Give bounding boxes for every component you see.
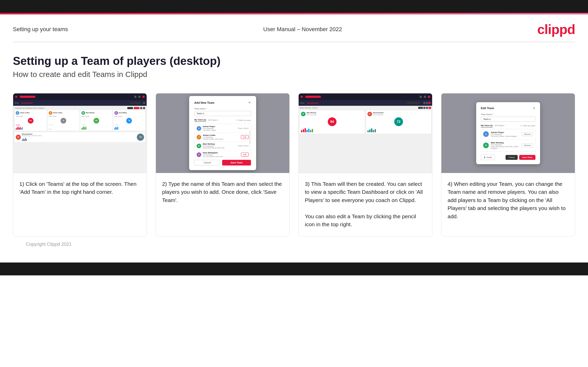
- footer: Copyright Clippd 2021: [13, 237, 575, 252]
- cancel-button[interactable]: Cancel: [194, 160, 220, 165]
- tab-all-players[interactable]: All Players: [208, 119, 218, 122]
- bottom-bar: [0, 263, 588, 275]
- top-bar: [0, 0, 588, 13]
- card-4-text: 4) When editing your Team, you can chang…: [441, 173, 575, 236]
- page-subtitle: How to create and edit Teams in Clippd: [13, 70, 575, 79]
- edit-tab-all-players[interactable]: All Players: [495, 124, 505, 127]
- player-list: A Adrian Player Plus HandicapThe Shire L…: [194, 124, 251, 157]
- add-player-button[interactable]: Add: [241, 135, 249, 139]
- edit-player-list: A Adrian Player Plus HandicapThe Shire L…: [481, 129, 535, 152]
- edit-tab-my-team[interactable]: My Team (2): [481, 124, 493, 127]
- edit-modal-close-icon[interactable]: ✕: [533, 106, 535, 110]
- cards-grid: Home My Performance Tracking 8 out of 8 …: [13, 93, 575, 237]
- add-player-button[interactable]: Add: [241, 153, 249, 156]
- page-title: Setting up a Team of players (desktop): [13, 55, 575, 67]
- edit-player-item: A Adrian Player Plus HandicapThe Shire L…: [481, 129, 535, 139]
- save-team-button[interactable]: Save Team: [222, 160, 251, 165]
- card-4: Edit Team ✕ Team Name * My Team (2) All …: [441, 93, 575, 237]
- add-team-modal: Add New Team ✕ Team Name * My Team (2) A…: [189, 96, 256, 170]
- team-name-input[interactable]: [194, 111, 251, 116]
- main-content: Setting up a Team of players (desktop) H…: [0, 42, 588, 263]
- cancel-edit-button[interactable]: Cancel: [506, 155, 518, 160]
- card-2-text: 2) Type the name of this Team and then s…: [156, 173, 289, 236]
- logo: clippd: [537, 22, 575, 37]
- player-item: A Adrian Coliba 1.5 HandicapCentral Lond…: [195, 133, 251, 142]
- save-team-button[interactable]: Save Team: [519, 155, 535, 160]
- player-item: B Blair McHarg Plus HandicapRoyal North …: [195, 142, 251, 150]
- edit-team-modal: Edit Team ✕ Team Name * My Team (2) All …: [476, 102, 540, 164]
- modal-close-icon[interactable]: ✕: [248, 101, 251, 104]
- trash-icon: 🗑: [484, 156, 486, 159]
- tab-my-team[interactable]: My Team (2): [194, 119, 206, 122]
- card-3-screenshot: Home My Performance Player Summary - Tea…: [299, 93, 432, 173]
- header: Setting up your teams User Manual – Nove…: [0, 14, 588, 42]
- header-left: Setting up your teams: [13, 26, 68, 33]
- card-2-screenshot: Add New Team ✕ Team Name * My Team (2) A…: [156, 93, 289, 173]
- player-item: D Dave Billingham 3.5 HandicapThe Dog Ma…: [195, 150, 251, 157]
- edit-player-item: B Blair McHarg Plus HandicapRoyal North …: [481, 139, 535, 151]
- filter-by-name[interactable]: ☐ Filter by name: [236, 119, 251, 121]
- remove-player-button[interactable]: Remove: [522, 143, 533, 147]
- card-1: Home My Performance Tracking 8 out of 8 …: [13, 93, 147, 237]
- card-3: Home My Performance Player Summary - Tea…: [298, 93, 432, 237]
- remove-player-button[interactable]: Remove: [522, 132, 533, 136]
- card-1-text: 1) Click on 'Teams' at the top of the sc…: [13, 173, 147, 236]
- delete-team-button[interactable]: 🗑 Delete: [481, 155, 495, 160]
- card-4-screenshot: Edit Team ✕ Team Name * My Team (2) All …: [441, 93, 575, 173]
- edit-filter-by-name[interactable]: ☐ Filter by name: [520, 125, 535, 127]
- card-3-text: 3) This Team will then be created. You c…: [299, 173, 432, 236]
- card-2: Add New Team ✕ Team Name * My Team (2) A…: [156, 93, 290, 237]
- header-center: User Manual – November 2022: [263, 26, 342, 33]
- player-item: A Adrian Player Plus HandicapThe Shire L…: [195, 124, 251, 133]
- card-1-screenshot: Home My Performance Tracking 8 out of 8 …: [13, 93, 147, 173]
- edit-team-name-input[interactable]: [481, 117, 535, 122]
